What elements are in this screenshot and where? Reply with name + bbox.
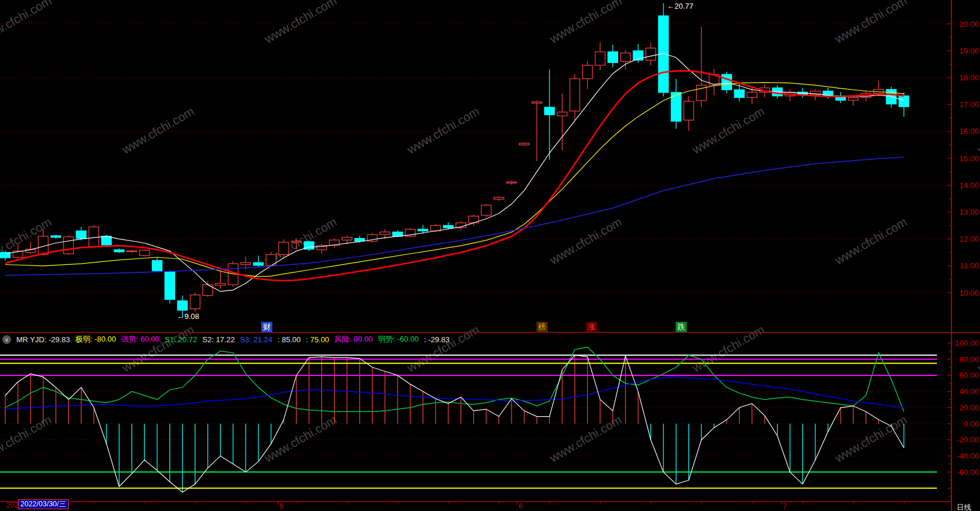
candlestick-layer: [1, 3, 909, 317]
svg-text:www.cfchi.com: www.cfchi.com: [404, 322, 482, 375]
indicator-header-item: : 75.00: [306, 335, 329, 344]
indicator-gridlines: [0, 359, 947, 456]
indicator-header-item: S1: 20.72: [165, 335, 197, 344]
chart-button-1[interactable]: 财: [261, 322, 272, 332]
svg-text:www.cfchi.com: www.cfchi.com: [690, 322, 767, 375]
svg-text:16.00: 16.00: [959, 127, 979, 136]
indicator-header-item: MR YJD: -29.83: [16, 335, 70, 344]
svg-text:0.00: 0.00: [964, 420, 979, 428]
indicator-header-item: S3: 21.24: [240, 335, 272, 344]
period-label[interactable]: 日线: [957, 503, 971, 511]
indicator-header-item: 风险: 80.00: [335, 334, 373, 345]
month-label-6: 6: [519, 502, 523, 510]
svg-text:-40.00: -40.00: [957, 452, 979, 460]
high-price-annotation: ←20.77: [667, 2, 694, 10]
stock-chart-app: www.cfchi.comwww.cfchi.comwww.cfchi.comw…: [0, 0, 980, 511]
main-price-axis: 20.0019.0018.0017.0016.0015.0014.0013.00…: [947, 20, 979, 297]
svg-text:www.cfchi.com: www.cfchi.com: [547, 215, 624, 267]
svg-text:12.00: 12.00: [959, 235, 979, 243]
collapse-indicator-icon[interactable]: ∨: [2, 335, 11, 344]
svg-text:60.00: 60.00: [959, 371, 979, 379]
svg-text:18.00: 18.00: [959, 73, 979, 82]
svg-text:www.cfchi.com: www.cfchi.com: [547, 0, 624, 46]
low-price-annotation: ←9.08: [177, 312, 199, 321]
indicator-header-item: 弱势: -60.00: [378, 334, 418, 345]
svg-text:www.cfchi.com: www.cfchi.com: [0, 413, 54, 465]
svg-text:11.00: 11.00: [960, 261, 979, 270]
svg-text:20.00: 20.00: [959, 403, 979, 412]
svg-text:www.cfchi.com: www.cfchi.com: [690, 104, 767, 157]
svg-text:-20.00: -20.00: [957, 435, 979, 444]
svg-text:17.00: 17.00: [959, 100, 979, 109]
indicator-header: ∨ MR YJD: -29.83极弱: -80.00强势: 60.00S1: 2…: [2, 334, 450, 345]
chart-canvas[interactable]: www.cfchi.comwww.cfchi.comwww.cfchi.comw…: [0, 0, 980, 511]
svg-text:10.00: 10.00: [959, 289, 979, 297]
month-label-7: 7: [783, 502, 787, 510]
svg-text:40.00: 40.00: [959, 387, 979, 396]
indicator-curves: [5, 347, 904, 492]
svg-text:www.cfchi.com: www.cfchi.com: [832, 0, 910, 46]
chart-button-4[interactable]: 跌: [676, 322, 687, 332]
month-label-5: 5: [279, 502, 283, 510]
indicator-value-axis: 100.0080.0060.0040.0020.000.00-20.00-40.…: [947, 339, 979, 496]
chart-button-2[interactable]: 榜: [537, 322, 548, 332]
osc-blue-line: [5, 377, 904, 409]
svg-text:20.00: 20.00: [959, 20, 979, 29]
svg-text:14.00: 14.00: [959, 181, 979, 190]
axis-start-date-label: 202: [6, 501, 19, 509]
svg-text:www.cfchi.com: www.cfchi.com: [119, 322, 197, 375]
indicator-ref-lines: [0, 355, 937, 488]
chart-button-3[interactable]: 涨: [586, 322, 597, 332]
svg-text:www.cfchi.com: www.cfchi.com: [0, 0, 54, 46]
date-tooltip: 2022/03/30/三: [18, 499, 69, 509]
indicator-header-item: S2: 17.22: [203, 335, 235, 344]
svg-text:www.cfchi.com: www.cfchi.com: [832, 215, 910, 267]
svg-text:www.cfchi.com: www.cfchi.com: [262, 0, 339, 46]
svg-text:-60.00: -60.00: [957, 468, 979, 477]
svg-text:80.00: 80.00: [959, 355, 979, 364]
indicator-header-item: : 85.00: [278, 335, 301, 344]
svg-text:13.00: 13.00: [959, 208, 979, 217]
svg-text:www.cfchi.com: www.cfchi.com: [262, 413, 339, 465]
svg-text:19.00: 19.00: [959, 47, 979, 55]
indicator-header-item: : -29.83: [424, 335, 449, 344]
indicator-header-item: 强势: 60.00: [121, 334, 159, 345]
svg-text:www.cfchi.com: www.cfchi.com: [119, 104, 197, 157]
watermark-layer: www.cfchi.comwww.cfchi.comwww.cfchi.comw…: [0, 0, 980, 465]
svg-text:15.00: 15.00: [959, 154, 979, 163]
svg-text:www.cfchi.com: www.cfchi.com: [404, 104, 482, 157]
ma-long-red: [5, 71, 904, 281]
svg-text:100.00: 100.00: [955, 339, 979, 347]
ma-longest-blue: [5, 157, 904, 275]
svg-text:www.cfchi.com: www.cfchi.com: [832, 413, 910, 465]
svg-text:www.cfchi.com: www.cfchi.com: [975, 322, 980, 375]
indicator-header-item: 极弱: -80.00: [75, 334, 116, 345]
